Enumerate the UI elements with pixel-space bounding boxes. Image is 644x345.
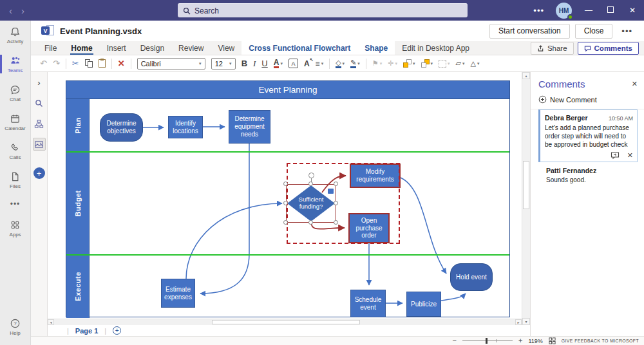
scroll-up-icon[interactable]: ▴ (522, 72, 530, 79)
node-hold-event[interactable]: Hold event (450, 263, 493, 291)
zoom-out-button[interactable]: − (453, 337, 457, 344)
bold-button[interactable]: B (242, 59, 247, 68)
delete-icon[interactable]: ✕ (118, 59, 125, 68)
selection-handle[interactable] (308, 220, 313, 225)
comment-card[interactable]: Debra Berger 10:50 AM Let's add a planne… (538, 109, 638, 162)
underline-button[interactable]: U (261, 59, 267, 68)
search-input[interactable]: Search (178, 3, 468, 17)
add-shape-button[interactable]: + (33, 167, 45, 179)
edit-in-desktop-app-button[interactable]: Edit in Desktop App (395, 41, 477, 55)
tab-home[interactable]: Home (64, 41, 99, 55)
font-name-select[interactable]: Calibri▾ (137, 58, 205, 70)
sidebar-item-help[interactable]: ? Help (0, 312, 30, 341)
zoom-in-button[interactable]: + (518, 337, 522, 344)
comment-badge-icon[interactable] (328, 189, 334, 194)
font-color-button[interactable]: A▾ (274, 59, 283, 68)
sidebar-item-teams[interactable]: Teams (0, 50, 30, 79)
maximize-button[interactable] (605, 6, 616, 15)
feedback-link[interactable]: GIVE FEEDBACK TO MICROSOFT (562, 339, 639, 343)
node-determine-objectives[interactable]: Determine objectives (100, 113, 143, 142)
grow-font-button[interactable]: A↖ (304, 59, 310, 68)
sidebar-item-apps[interactable]: Apps (0, 214, 30, 243)
node-identify-locations[interactable]: Identify locations (168, 116, 203, 138)
selection-handle[interactable] (334, 201, 338, 205)
close-comments-icon[interactable]: ✕ (632, 80, 638, 88)
line-color-button[interactable]: ✎▾ (350, 59, 360, 68)
node-estimate-expenses[interactable]: Estimate expenses (161, 279, 195, 308)
text-block-button[interactable]: A (289, 59, 298, 68)
selection-handle[interactable] (283, 201, 288, 205)
font-size-select[interactable]: 12▾ (211, 58, 236, 70)
diagram-parts-icon[interactable] (33, 117, 46, 130)
selection-handle[interactable] (334, 220, 338, 225)
copy-icon[interactable] (85, 59, 93, 68)
horizontal-scroll-thumb[interactable] (212, 320, 360, 324)
position-button[interactable]: △▾ (471, 59, 480, 68)
paste-icon[interactable] (99, 59, 106, 68)
reply-icon[interactable] (611, 151, 620, 160)
shapes-picture-icon[interactable] (33, 138, 46, 151)
group-button[interactable]: ▾ (439, 60, 450, 68)
node-publicize[interactable]: Publicize (406, 292, 441, 317)
start-conversation-button[interactable]: Start conversation (489, 24, 570, 39)
tab-shape[interactable]: Shape (357, 41, 395, 55)
rotation-handle[interactable] (308, 172, 314, 178)
close-window-button[interactable]: ✕ (627, 6, 638, 15)
redo-icon[interactable]: ↷ (53, 59, 60, 68)
forward-icon[interactable]: › (21, 5, 24, 16)
add-page-button[interactable]: + (113, 326, 121, 335)
node-determine-equipment-needs[interactable]: Determine equipment needs (229, 110, 270, 144)
document-more-icon[interactable]: ••• (618, 26, 636, 36)
italic-button[interactable]: I (253, 59, 256, 69)
cut-icon[interactable]: ✂ (72, 59, 79, 68)
selection-handle[interactable] (334, 182, 338, 186)
sidebar-item-activity[interactable]: Activity (0, 21, 30, 50)
bring-forward-button[interactable]: ▾ (403, 59, 415, 68)
shapes-search-icon[interactable] (33, 97, 46, 109)
zoom-slider[interactable] (462, 338, 513, 344)
more-options-icon[interactable]: ••• (533, 6, 544, 15)
undo-icon[interactable]: ↶ (40, 59, 47, 68)
scroll-left-icon[interactable]: ◂ (48, 319, 54, 325)
selection-handle[interactable] (283, 182, 288, 186)
sidebar-item-chat[interactable]: Chat (0, 79, 30, 107)
sidebar-item-files[interactable]: Files (0, 165, 30, 194)
node-schedule-event[interactable]: Schedule event (350, 290, 386, 317)
tab-insert[interactable]: Insert (100, 41, 133, 55)
tab-view[interactable]: View (211, 41, 242, 55)
selection-handle[interactable] (283, 220, 288, 225)
zoom-slider-thumb[interactable] (486, 338, 488, 344)
tab-file[interactable]: File (37, 41, 64, 55)
back-icon[interactable]: ‹ (9, 5, 12, 16)
page-tab[interactable]: Page 1 (75, 327, 98, 335)
send-backward-button[interactable]: ▾ (421, 59, 433, 68)
comments-toggle-button[interactable]: Comments (578, 42, 639, 55)
expand-panel-icon[interactable]: › (33, 76, 46, 89)
share-button[interactable]: Share (531, 42, 574, 55)
avatar[interactable]: HM (556, 3, 572, 19)
scroll-right-icon[interactable]: ▸ (515, 319, 522, 325)
vertical-scrollbar[interactable]: ▴ ▾ (522, 72, 530, 325)
selection-handle[interactable] (308, 182, 313, 186)
connector-button[interactable]: ✛▾ (388, 59, 397, 68)
sidebar-item-calls[interactable]: Calls (0, 136, 30, 165)
delete-comment-icon[interactable]: ✕ (627, 151, 633, 160)
scroll-down-icon[interactable]: ▾ (522, 318, 530, 325)
fill-color-button[interactable]: ◇▾ (336, 59, 345, 68)
close-document-button[interactable]: Close (575, 24, 613, 39)
minimize-button[interactable]: — (583, 6, 594, 15)
tab-design[interactable]: Design (133, 41, 171, 55)
horizontal-scrollbar[interactable]: ◂ ▸ (48, 319, 522, 325)
align-shapes-button[interactable]: ⚑▾ (372, 59, 382, 68)
align-button[interactable]: ≡▾ (316, 59, 324, 68)
change-shape-button[interactable]: ▱▾ (456, 59, 465, 68)
new-comment-button[interactable]: New Comment (538, 95, 638, 104)
zoom-level[interactable]: 119% (528, 338, 542, 344)
comment-reply[interactable]: Patti Fernandez Sounds good. (538, 167, 638, 184)
sidebar-more-icon[interactable]: ••• (0, 194, 30, 214)
tab-cross-functional-flowchart[interactable]: Cross Functional Flowchart (242, 41, 357, 55)
fit-to-window-icon[interactable] (549, 337, 556, 344)
tab-review[interactable]: Review (171, 41, 211, 55)
vertical-scroll-thumb[interactable] (523, 161, 529, 209)
sidebar-item-calendar[interactable]: Calendar (0, 107, 30, 136)
